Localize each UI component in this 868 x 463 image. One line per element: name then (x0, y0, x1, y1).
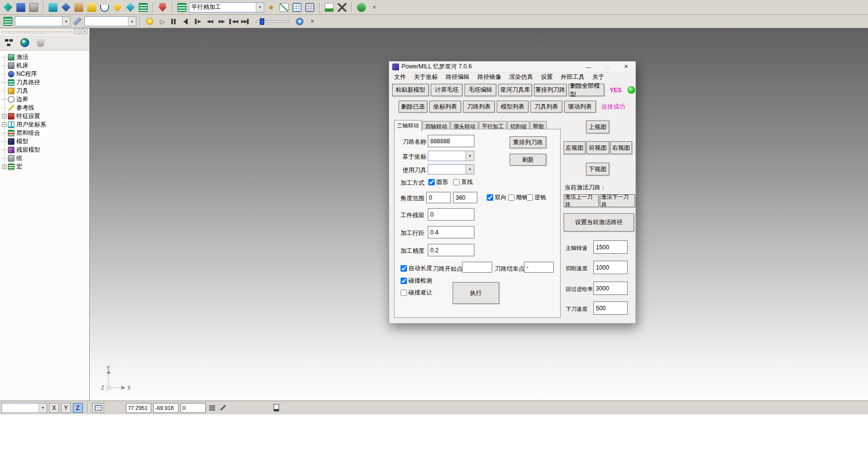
tool-library-button[interactable]: 星河刀具库 (498, 84, 532, 96)
tree-item-tools[interactable]: 刀具 (0, 87, 89, 95)
tree-item-stock-models[interactable]: 残留模型 (0, 146, 89, 154)
chevron-down-icon[interactable]: ▾ (39, 404, 47, 412)
rearrange-toolpaths-button-2[interactable]: 重排列刀路 (510, 136, 546, 148)
statusbar-combobox[interactable]: ▾ (1, 403, 47, 413)
table-icon[interactable] (291, 1, 303, 13)
tool-star-icon[interactable]: ★ (265, 1, 277, 13)
simulation-speed-slider[interactable] (256, 20, 289, 22)
paste-icon[interactable] (157, 1, 169, 13)
tool-list-button[interactable]: 刀具列表 (530, 101, 562, 113)
coordinate-x-input[interactable] (126, 403, 151, 413)
drive-list-button[interactable]: 驱动列表 (564, 101, 596, 113)
expander-icon[interactable]: + (2, 165, 6, 169)
curve-icon[interactable] (99, 1, 111, 13)
go-to-start-icon[interactable]: ▌◀◀ (228, 16, 239, 27)
strategy-combobox[interactable]: 平行精加工 ▾ (189, 2, 264, 12)
chevron-down-icon[interactable]: ▾ (256, 3, 264, 12)
model-list-button[interactable]: 模型列表 (497, 101, 528, 113)
axis-z-button[interactable]: Z (73, 403, 83, 413)
block-icon[interactable] (47, 1, 59, 13)
tree-item-boundaries[interactable]: 边界 (0, 95, 89, 104)
structure-icon[interactable] (2, 36, 15, 49)
panel-float-button[interactable]: ▫ (74, 29, 80, 34)
transform-icon[interactable] (60, 1, 72, 13)
rewind-icon[interactable]: ◀◀ (204, 16, 215, 27)
measure-icon[interactable] (73, 1, 85, 13)
activate-prev-toolpath-button[interactable]: 激活上一刀路 (564, 194, 599, 207)
line-checkbox[interactable]: 直线 (453, 178, 473, 186)
chevron-down-icon[interactable]: ▾ (465, 165, 474, 174)
edit-block-button[interactable]: 毛坯编辑 (464, 84, 496, 96)
panel-grip[interactable]: ▫ × (0, 28, 89, 35)
axis-x-button[interactable]: X (49, 403, 59, 413)
axis-y-button[interactable]: Y (61, 403, 71, 413)
end-point-input[interactable] (524, 262, 554, 273)
conventional-mill-checkbox[interactable]: 逆铣 (526, 193, 546, 202)
circle-checkbox[interactable]: 圆形 (428, 178, 448, 186)
menu-path-edit[interactable]: 路径编辑 (442, 72, 473, 82)
tree-item-models[interactable]: 模型 (0, 137, 89, 146)
fast-forward-icon[interactable]: ▶▶ (216, 16, 227, 27)
main-toolbar-close-icon[interactable]: × (368, 1, 380, 13)
delete-selected-button[interactable]: 删除已选 (399, 101, 427, 113)
toolpath-list-button[interactable]: 刀路列表 (463, 101, 495, 113)
scissors-icon[interactable] (336, 1, 348, 13)
execute-button[interactable]: 执行 (453, 282, 499, 304)
menu-path-mirror[interactable]: 路径镜像 (473, 72, 505, 82)
shield-icon[interactable] (34, 36, 47, 49)
collision-avoid-checkbox[interactable]: 碰撞避让 (401, 289, 432, 297)
tree-item-macros[interactable]: +宏 (0, 163, 89, 171)
grid-icon[interactable] (92, 403, 104, 413)
tab-3axis[interactable]: 三轴联动 (394, 120, 422, 132)
angle-end-input[interactable] (453, 192, 477, 203)
sim-tool-combobox[interactable]: ▾ (15, 16, 70, 26)
calc-block-button[interactable]: 计算毛坯 (431, 84, 463, 96)
pencil-icon[interactable] (112, 1, 123, 13)
activate-next-toolpath-button[interactable]: 激活下一刀路 (600, 194, 635, 207)
panel-toggle-icon[interactable] (271, 403, 281, 413)
panel-close-button[interactable]: × (81, 29, 88, 34)
simulation-toolbar-close-icon[interactable]: × (306, 15, 318, 27)
list-icon[interactable] (208, 403, 217, 413)
tolerance-input[interactable] (428, 244, 474, 256)
stock-input[interactable] (428, 208, 474, 221)
expander-icon[interactable]: + (2, 122, 6, 127)
play-icon[interactable]: ▷ (157, 16, 168, 27)
powermill-logo-icon[interactable] (2, 1, 14, 13)
view-bottom-button[interactable]: 下视图 (586, 163, 609, 175)
bulb-icon[interactable] (144, 15, 156, 27)
strategy-icon[interactable] (176, 1, 188, 13)
rearrange-toolpaths-button[interactable]: 重排列刀路 (534, 84, 567, 96)
base-coord-combobox[interactable]: ▾ (428, 151, 474, 161)
ruler-icon[interactable] (86, 1, 98, 13)
plunge-speed-input[interactable] (593, 301, 628, 315)
drag-handle-icon[interactable] (1, 30, 73, 33)
menu-about[interactable]: 关于 (588, 72, 608, 82)
wrench-icon[interactable] (71, 15, 83, 27)
tree-item-activate[interactable]: 激活 (0, 53, 89, 61)
use-tool-combobox[interactable]: ▾ (428, 164, 474, 174)
move-icon[interactable] (124, 1, 136, 13)
menu-settings[interactable]: 设置 (537, 72, 557, 82)
coordinate-y-input[interactable] (153, 403, 178, 413)
tree-item-workplanes[interactable]: +用户坐标系 (0, 120, 89, 129)
menu-render-sim[interactable]: 渲染仿真 (505, 72, 537, 82)
menu-coords[interactable]: 关于坐标 (410, 72, 442, 82)
view-front-button[interactable]: 前视图 (586, 141, 609, 154)
paste-new-model-button[interactable]: 粘贴新模型 (392, 84, 429, 96)
tree-item-patterns[interactable]: 参考线 (0, 104, 89, 112)
clock-icon[interactable] (293, 15, 305, 27)
pen-icon[interactable] (219, 403, 228, 413)
dialog-titlebar[interactable]: PowerMILL 忆梦星河 7.0.6 — □ ✕ (389, 61, 636, 72)
skim-feed-input[interactable] (593, 282, 628, 295)
bidirectional-checkbox[interactable]: 双向 (487, 193, 507, 202)
view-left-button[interactable]: 左视图 (564, 141, 585, 154)
calculator-icon[interactable] (304, 1, 316, 13)
stepover-input[interactable] (428, 226, 474, 238)
collision-check-checkbox[interactable]: 碰撞检测 (401, 277, 432, 285)
set-active-path-button[interactable]: 设置当前激活路径 (564, 213, 634, 232)
view-right-button[interactable]: 右视图 (610, 141, 632, 154)
tree-item-nc-programs[interactable]: NC程序 (0, 70, 89, 78)
toolpath-name-input[interactable] (428, 135, 474, 147)
tree-item-machine[interactable]: 机床 (0, 61, 89, 70)
